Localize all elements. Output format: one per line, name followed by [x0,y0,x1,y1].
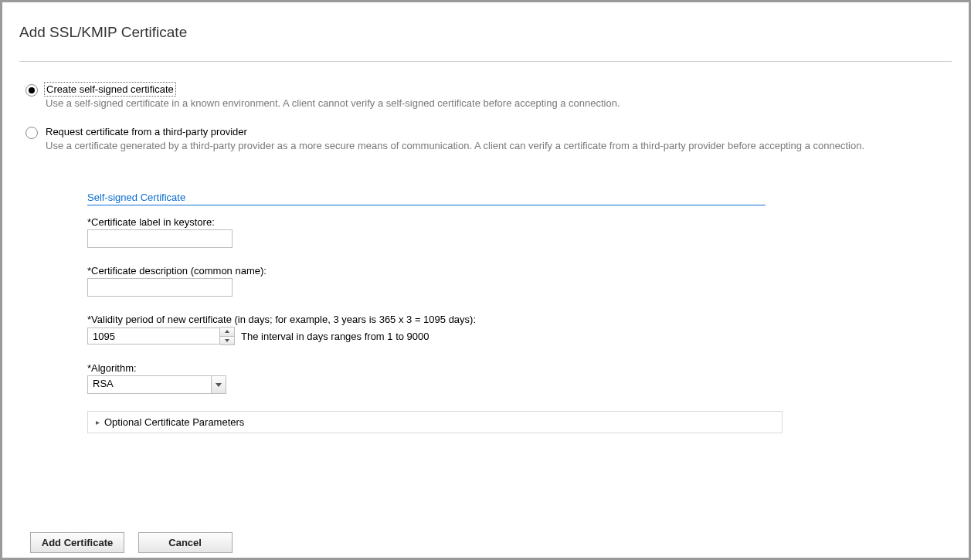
optional-params-expander[interactable]: ▸ Optional Certificate Parameters [87,411,783,433]
chevron-right-icon: ▸ [96,418,100,426]
field-cert-label: *Certificate label in keystore: [87,216,969,248]
page-title: Add SSL/KMIP Certificate [19,24,952,41]
algorithm-select[interactable]: RSA [87,375,226,394]
validity-label: *Validity period of new certificate (in … [87,314,969,325]
validity-stepper [220,327,235,345]
option-third-party-texts: Request certificate from a third-party p… [46,126,952,151]
stepper-down-button[interactable] [220,337,234,345]
algorithm-dropdown-button[interactable] [211,376,226,393]
dialog-header: Add SSL/KMIP Certificate [2,2,969,61]
dialog-add-ssl-kmip-certificate: Add SSL/KMIP Certificate Create self-sig… [0,0,971,560]
option-self-signed-label: Create self-signed certificate [46,83,175,95]
algorithm-value: RSA [88,376,211,393]
chevron-up-icon [225,330,229,333]
stepper-up-button[interactable] [220,328,234,337]
cancel-button[interactable]: Cancel [138,532,233,553]
cert-label-label: *Certificate label in keystore: [87,216,969,228]
option-third-party-desc: Use a certificate generated by a third-p… [46,140,952,151]
option-self-signed[interactable]: Create self-signed certificate Use a sel… [25,83,952,109]
chevron-down-icon [225,339,229,342]
option-self-signed-desc: Use a self-signed certificate in a known… [46,97,952,109]
radio-third-party[interactable] [25,127,38,139]
optional-params-label: Optional Certificate Parameters [104,416,244,428]
certificate-type-options: Create self-signed certificate Use a sel… [2,62,969,151]
self-signed-form: Self-signed Certificate *Certificate lab… [2,168,969,433]
cert-label-input[interactable] [87,229,233,248]
section-divider [87,205,766,205]
radio-self-signed[interactable] [25,84,38,97]
field-validity: *Validity period of new certificate (in … [87,314,969,345]
cert-desc-input[interactable] [87,278,233,297]
algorithm-label: *Algorithm: [87,362,969,374]
option-third-party-label: Request certificate from a third-party p… [46,126,247,137]
field-algorithm: *Algorithm: RSA [87,362,969,394]
dialog-footer: Add Certificate Cancel [30,532,243,553]
cert-desc-label: *Certificate description (common name): [87,265,969,277]
field-cert-desc: *Certificate description (common name): [87,265,969,297]
option-third-party[interactable]: Request certificate from a third-party p… [25,126,952,151]
validity-hint: The interval in days ranges from 1 to 90… [241,331,429,342]
validity-input[interactable] [87,328,220,344]
option-self-signed-texts: Create self-signed certificate Use a sel… [46,83,952,109]
section-title: Self-signed Certificate [87,192,969,203]
add-certificate-button[interactable]: Add Certificate [30,532,124,553]
